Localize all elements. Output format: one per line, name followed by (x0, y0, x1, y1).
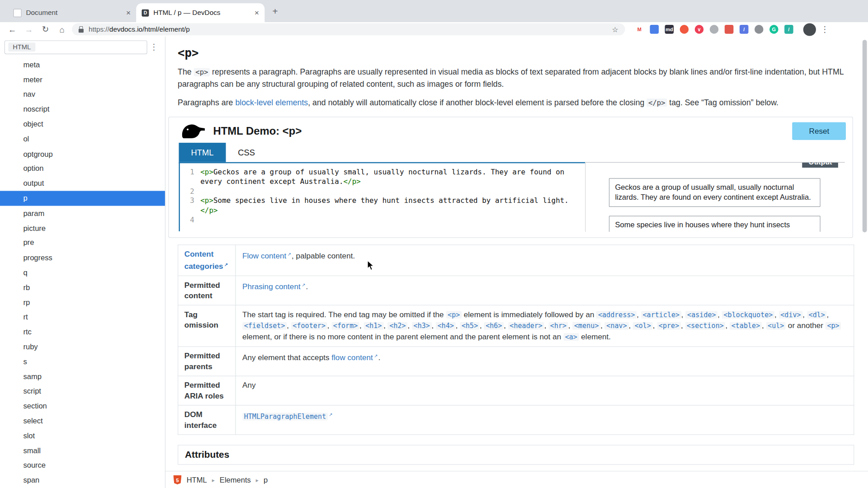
sidebar-item[interactable]: meta (0, 57, 165, 72)
forward-icon[interactable]: → (22, 23, 35, 36)
sidebar-item[interactable]: nav (0, 87, 165, 102)
sidebar-item[interactable]: samp (0, 369, 165, 384)
link[interactable]: <article> (641, 311, 681, 319)
link[interactable]: <div> (779, 311, 803, 319)
link[interactable]: <ul> (766, 322, 786, 329)
extension-icon[interactable]: / (783, 24, 794, 35)
link[interactable]: <h6> (484, 322, 504, 329)
sidebar-item[interactable]: q (0, 265, 165, 280)
link[interactable]: <h3> (412, 322, 432, 329)
extension-icon[interactable] (708, 24, 719, 35)
page-title: <p> (178, 47, 855, 60)
sidebar-menu-icon[interactable]: ⋮ (147, 42, 160, 52)
reset-button[interactable]: Reset (793, 122, 846, 140)
scrollbar-thumb[interactable] (863, 40, 867, 232)
sidebar-item[interactable]: select (0, 413, 165, 428)
link[interactable]: <form> (331, 322, 359, 329)
extension-icon[interactable]: / (738, 24, 749, 35)
breadcrumb-p[interactable]: p (264, 475, 268, 483)
link[interactable]: Flow content (242, 251, 286, 260)
extension-icon[interactable]: G (769, 24, 779, 35)
sidebar-item[interactable]: rp (0, 295, 165, 310)
breadcrumb-html[interactable]: HTML (187, 475, 207, 483)
close-tab-icon[interactable]: × (255, 9, 259, 17)
sidebar-item[interactable]: source (0, 458, 165, 473)
extension-icon[interactable] (754, 24, 764, 35)
sidebar-item[interactable]: rb (0, 280, 165, 295)
sidebar-item[interactable]: optgroup (0, 146, 165, 161)
sidebar-item[interactable]: section (0, 399, 165, 413)
sidebar-item[interactable]: script (0, 384, 165, 399)
doc-scope-chip[interactable]: HTML (8, 42, 35, 52)
extension-icon[interactable] (649, 24, 660, 35)
link[interactable]: Phrasing content (242, 282, 301, 291)
link[interactable]: <h2> (388, 322, 408, 329)
sidebar-item[interactable]: rtc (0, 324, 165, 339)
address-bar[interactable]: https://devdocs.io/html/element/p ☆ (72, 23, 625, 35)
home-icon[interactable]: ⌂ (55, 23, 68, 36)
link[interactable]: <blockquote> (722, 311, 774, 319)
browser-tab-document[interactable]: Document × (8, 3, 136, 22)
extension-icon[interactable] (679, 24, 689, 35)
sidebar-item[interactable]: meter (0, 72, 165, 87)
sidebar-item[interactable]: output (0, 176, 165, 191)
link[interactable]: block-level elements (235, 98, 308, 107)
link[interactable]: <nav> (605, 322, 629, 329)
link[interactable]: <address> (596, 311, 637, 319)
link[interactable]: <section> (685, 322, 725, 329)
sidebar-item[interactable]: slot (0, 428, 165, 443)
link[interactable]: <footer> (291, 322, 327, 329)
link[interactable]: <ol> (633, 322, 653, 329)
search-input[interactable]: HTML (5, 40, 147, 54)
link[interactable]: flow content (331, 353, 373, 362)
new-tab-button[interactable]: + (268, 5, 283, 19)
link[interactable]: <h1> (364, 322, 384, 329)
sidebar-item[interactable]: s (0, 354, 165, 369)
back-icon[interactable]: ← (5, 23, 19, 36)
extension-icon[interactable]: md (664, 24, 675, 35)
link[interactable]: <p> (446, 311, 462, 319)
sidebar-item[interactable]: p (0, 191, 165, 206)
sidebar-item[interactable]: object (0, 117, 165, 132)
tab-css[interactable]: CSS (226, 142, 267, 162)
link[interactable]: <h5> (460, 322, 480, 329)
breadcrumb-elements[interactable]: Elements (220, 475, 251, 483)
link[interactable]: <pre> (657, 322, 681, 329)
code-editor[interactable]: 1 <p>Geckos are a group of usually small… (179, 162, 585, 231)
link[interactable]: <h4> (436, 322, 456, 329)
sidebar-item[interactable]: ol (0, 131, 165, 146)
sidebar-item[interactable]: option (0, 161, 165, 176)
sidebar-item[interactable]: ruby (0, 339, 165, 354)
sidebar-item[interactable]: pre (0, 235, 165, 250)
link[interactable]: <table> (730, 322, 762, 329)
link[interactable]: <aside> (685, 311, 717, 319)
sidebar-item[interactable]: rt (0, 310, 165, 324)
link[interactable]: HTMLParagraphElement (242, 413, 328, 420)
scrollbar[interactable] (861, 37, 868, 488)
bookmark-star-icon[interactable]: ☆ (612, 25, 618, 33)
link[interactable]: <menu> (572, 322, 600, 329)
extension-icon[interactable]: ∨ (693, 24, 704, 35)
browser-menu-icon[interactable]: ⋮ (819, 24, 830, 34)
reload-icon[interactable]: ↻ (39, 23, 52, 36)
link[interactable]: <header> (508, 322, 544, 329)
sidebar-item[interactable]: param (0, 206, 165, 221)
lock-icon[interactable] (79, 28, 84, 33)
profile-avatar[interactable] (803, 23, 816, 36)
link[interactable]: <fieldset> (242, 322, 287, 329)
link[interactable]: <hr> (548, 322, 568, 329)
close-tab-icon[interactable]: × (126, 9, 131, 17)
tab-html[interactable]: HTML (179, 142, 226, 162)
browser-tab-devdocs[interactable]: D HTML / p — DevDocs × (136, 3, 264, 22)
link[interactable]: <a> (563, 333, 579, 341)
sidebar-item[interactable]: picture (0, 221, 165, 235)
link[interactable]: Content categories (184, 249, 223, 271)
sidebar-item[interactable]: noscript (0, 102, 165, 117)
sidebar-item[interactable]: small (0, 443, 165, 458)
extension-icon[interactable]: M (634, 24, 645, 35)
link[interactable]: <p> (826, 322, 841, 329)
link[interactable]: <dl> (807, 311, 827, 319)
extension-icon[interactable] (723, 24, 734, 35)
sidebar-item[interactable]: span (0, 473, 165, 488)
sidebar-item[interactable]: progress (0, 250, 165, 265)
